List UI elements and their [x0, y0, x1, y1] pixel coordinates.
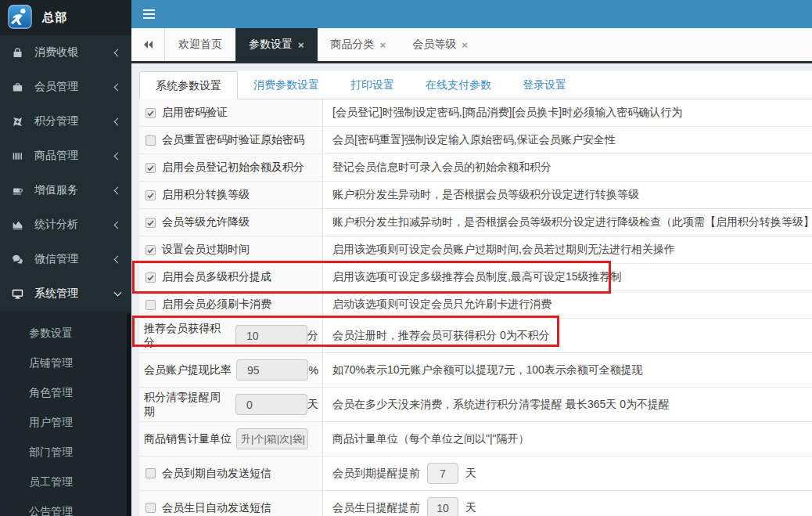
- sidebar-item-goods-management[interactable]: 商品管理: [0, 139, 131, 173]
- close-icon[interactable]: ×: [380, 39, 386, 51]
- setting-description-cell: 商品计量单位（每个单位之间以"|"隔开）: [323, 422, 812, 456]
- sidebar-subitem-store-management[interactable]: 店铺管理: [0, 348, 131, 377]
- checkbox-checked[interactable]: [146, 272, 156, 283]
- close-icon[interactable]: ×: [462, 39, 468, 51]
- sidebar-scrollbar[interactable]: [127, 313, 131, 516]
- sidebar-subitem-department-management[interactable]: 部门管理: [0, 437, 131, 467]
- settings-row-13: 会员生日自动发送短信会员生日提醒提前10天: [139, 491, 812, 516]
- setting-value-input[interactable]: 95: [236, 359, 308, 381]
- setting-description-cell: 会员到期提醒提前7天: [323, 456, 812, 490]
- setting-description: 会员在多少天没来消费，系统进行积分清零提醒 最长365天 0为不提醒: [332, 398, 670, 412]
- setting-label: 会员账户提现比率: [144, 363, 232, 377]
- tab-login-settings[interactable]: 登录设置: [507, 71, 582, 99]
- setting-description: 启动该选项则可设定会员只允许刷卡进行消费: [332, 298, 552, 312]
- sidebar-subitem-parameter-settings[interactable]: 参数设置: [0, 318, 131, 348]
- sidebar-item-label: 增值服务: [34, 183, 115, 197]
- settings-row-8: 推荐会员获得积分10分会员注册时，推荐会员可获得积分 0为不积分: [139, 319, 812, 353]
- setting-description-cell: 会员生日提醒提前10天: [323, 491, 812, 516]
- settings-row-10: 积分清零提醒周期0天会员在多少天没来消费，系统进行积分清零提醒 最长365天 0…: [139, 388, 812, 422]
- setting-description: 账户积分发生扣减异动时，是否根据会员等级积分设定进行降级检查（此项需【启用积分转…: [332, 215, 812, 229]
- chat-bubbles-icon: [12, 254, 29, 265]
- sidebar-item-label: 系统管理: [34, 287, 115, 301]
- sidebar-item-label: 商品管理: [34, 149, 115, 163]
- setting-description: 账户积分发生异动时，是否根据会员等级积分设定进行转换等级: [332, 188, 639, 202]
- close-icon[interactable]: ×: [298, 39, 304, 51]
- sidebar-submenu: 参数设置店铺管理角色管理用户管理部门管理员工管理公告管理: [0, 311, 131, 516]
- sidebar-item-points-management[interactable]: 积分管理: [0, 104, 131, 139]
- sidebar-subitem-announcement-management[interactable]: 公告管理: [0, 496, 131, 516]
- chevron-left-icon: [114, 221, 122, 229]
- setting-description: [会员登记]时强制设定密码,[商品消费][会员换卡]时必须输入密码确认行为: [332, 106, 682, 120]
- tab-print-settings[interactable]: 打印设置: [335, 71, 410, 99]
- setting-description-cell: 会员[密码重置]强制设定输入原始密码,保证会员账户安全性: [323, 127, 812, 153]
- setting-description: 登记会员信息时可录入会员的初始余额和积分: [332, 161, 552, 175]
- sidebar-item-system-management[interactable]: 系统管理: [0, 276, 131, 311]
- setting-value-input[interactable]: 10: [235, 325, 307, 346]
- chevron-left-icon: [114, 186, 122, 194]
- checkbox-unchecked[interactable]: [146, 135, 156, 146]
- menu-icon[interactable]: [143, 9, 155, 19]
- setting-unit-label: 天: [465, 467, 476, 481]
- settings-row-9: 会员账户提现比率95%如70%表示10元账户余额可以提现7元，100表示余额可全…: [139, 353, 812, 388]
- setting-label: 启用会员登记初始余额及积分: [162, 161, 304, 175]
- settings-row-1: 会员重置密码时验证原始密码会员[密码重置]强制设定输入原始密码,保证会员账户安全…: [139, 127, 812, 154]
- setting-label: 积分清零提醒周期: [144, 391, 231, 419]
- sidebar-item-consume-cashier[interactable]: 消费收银: [0, 35, 131, 70]
- tab-online-payment-params[interactable]: 在线支付参数: [410, 71, 507, 99]
- checkbox-checked[interactable]: [146, 190, 156, 200]
- setting-label: 启用积分转换等级: [162, 188, 250, 202]
- sidebar-item-wechat-management[interactable]: 微信管理: [0, 242, 131, 276]
- setting-label-cell: 会员重置密码时验证原始密码: [139, 127, 323, 153]
- setting-label: 设置会员过期时间: [162, 243, 250, 257]
- setting-description: 商品计量单位（每个单位之间以"|"隔开）: [332, 432, 530, 446]
- double-left-arrow-icon[interactable]: [131, 28, 165, 61]
- setting-unit-label: 分: [307, 329, 322, 343]
- sidebar-subitem-user-management[interactable]: 用户管理: [0, 407, 131, 437]
- tab-goods-category[interactable]: 商品分类×: [318, 28, 400, 61]
- checkbox-checked[interactable]: [146, 163, 156, 173]
- setting-label-cell: 启用会员登记初始余额及积分: [139, 154, 323, 181]
- setting-value-input[interactable]: 升|个|箱|次|袋|: [236, 428, 308, 449]
- setting-description: 会员生日提醒提前: [332, 501, 420, 515]
- sidebar-item-label: 会员管理: [34, 80, 115, 94]
- setting-description-cell: 账户积分发生异动时，是否根据会员等级积分设定进行转换等级: [323, 182, 812, 208]
- sidebar-subitem-role-management[interactable]: 角色管理: [0, 377, 131, 407]
- window-tab-label: 会员等级: [412, 38, 456, 52]
- sidebar-item-statistics-analysis[interactable]: 统计分析: [0, 207, 131, 242]
- sidebar-subitem-staff-management[interactable]: 员工管理: [0, 467, 131, 496]
- desktop-icon: [12, 288, 29, 300]
- setting-value-input[interactable]: 7: [427, 463, 458, 484]
- setting-value-input[interactable]: 0: [235, 394, 307, 415]
- chevron-left-icon: [114, 255, 122, 263]
- checkbox-unchecked[interactable]: [146, 468, 156, 478]
- checkbox-checked[interactable]: [146, 108, 156, 118]
- checkbox-unchecked[interactable]: [146, 503, 156, 513]
- tab-parameter-settings[interactable]: 参数设置×: [235, 28, 318, 61]
- sidebar-item-label: 消费收银: [34, 45, 115, 60]
- setting-label-cell: 设置会员过期时间: [139, 236, 323, 263]
- barcode-icon: [12, 150, 29, 162]
- chevron-left-icon: [114, 152, 122, 160]
- tab-member-level[interactable]: 会员等级×: [399, 28, 481, 61]
- setting-label-cell: 会员账户提现比率95%: [139, 353, 323, 387]
- checkbox-unchecked[interactable]: [146, 300, 156, 310]
- setting-label-cell: 会员等级允许降级: [139, 209, 323, 236]
- chevron-left-icon: [114, 49, 122, 56]
- setting-value-input[interactable]: 10: [427, 497, 458, 516]
- sidebar-item-member-management[interactable]: 会员管理: [0, 70, 131, 104]
- checkbox-checked[interactable]: [146, 245, 156, 255]
- setting-label-cell: 商品销售计量单位升|个|箱|次|袋|: [139, 422, 323, 456]
- setting-description-cell: 启用该选项可设定多级推荐会员制度,最高可设定15级推荐制: [323, 264, 812, 290]
- logo[interactable]: 总部: [0, 0, 131, 35]
- tab-welcome-home[interactable]: 欢迎首页: [165, 28, 235, 61]
- tab-consume-params[interactable]: 消费参数设置: [238, 71, 335, 99]
- window-tab-label: 欢迎首页: [178, 38, 222, 52]
- sidebar-item-value-added-service[interactable]: 增值服务: [0, 173, 131, 207]
- settings-row-6: 启用会员多级积分提成启用该选项可设定多级推荐会员制度,最高可设定15级推荐制: [139, 264, 812, 291]
- tab-system-params[interactable]: 系统参数设置: [139, 71, 238, 99]
- main-area: 欢迎首页参数设置×商品分类×会员等级× 系统参数设置消费参数设置打印设置在线支付…: [131, 0, 812, 516]
- checkbox-checked[interactable]: [146, 218, 156, 228]
- setting-label-cell: 启用密码验证: [139, 99, 323, 126]
- shopping-bag-icon: [12, 47, 29, 59]
- setting-label-cell: 会员到期自动发送短信: [139, 456, 323, 490]
